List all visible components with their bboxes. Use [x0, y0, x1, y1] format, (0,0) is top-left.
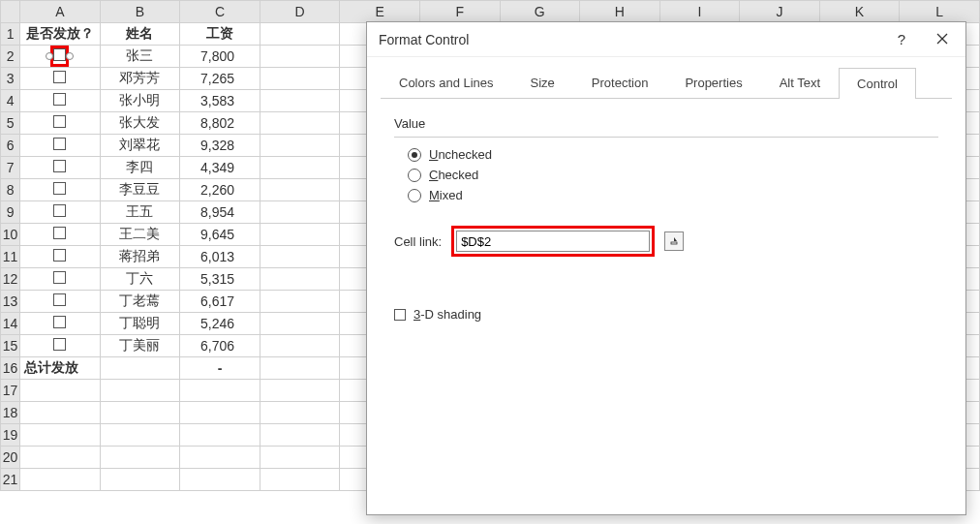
col-header-F[interactable]: F: [419, 1, 500, 23]
row-header-5[interactable]: 5: [1, 112, 20, 135]
cell-C15[interactable]: 6,706: [180, 335, 260, 357]
row-header-13[interactable]: 13: [1, 291, 20, 313]
cell-B9[interactable]: 王五: [100, 201, 180, 224]
cell-C6[interactable]: 9,328: [180, 135, 260, 157]
cell-B13[interactable]: 丁老蔫: [100, 291, 180, 313]
select-all-corner[interactable]: [1, 1, 20, 23]
row-header-7[interactable]: 7: [1, 157, 20, 179]
close-icon[interactable]: [931, 22, 954, 57]
help-icon[interactable]: ?: [890, 22, 913, 57]
cell-B16[interactable]: [100, 357, 180, 380]
checkbox-control[interactable]: [53, 71, 66, 83]
row-header-4[interactable]: 4: [1, 90, 20, 112]
cell-A7[interactable]: [20, 157, 101, 179]
row-header-21[interactable]: 21: [1, 469, 20, 491]
row-header-10[interactable]: 10: [1, 224, 20, 246]
col-header-E[interactable]: E: [340, 1, 420, 23]
cell-B8[interactable]: 李豆豆: [100, 179, 180, 201]
cell-B15[interactable]: 丁美丽: [100, 335, 180, 357]
cell-A1[interactable]: 是否发放？: [20, 23, 101, 46]
row-header-18[interactable]: 18: [1, 402, 20, 424]
row-header-8[interactable]: 8: [1, 179, 20, 201]
checkbox-control[interactable]: [53, 138, 66, 150]
row-header-15[interactable]: 15: [1, 335, 20, 357]
col-header-L[interactable]: L: [900, 1, 980, 23]
checkbox-control[interactable]: [53, 115, 66, 128]
col-header-C[interactable]: C: [180, 1, 260, 23]
cell-C16[interactable]: -: [180, 357, 260, 380]
row-header-11[interactable]: 11: [1, 246, 20, 268]
cell-C10[interactable]: 9,645: [180, 224, 260, 246]
cell-B2[interactable]: 张三: [100, 46, 180, 68]
radio-mixed[interactable]: [408, 189, 421, 202]
checkbox-control[interactable]: [53, 249, 66, 262]
row-header-2[interactable]: 2: [1, 46, 20, 68]
radio-unchecked[interactable]: [408, 148, 421, 162]
cell-C2[interactable]: 7,800: [180, 46, 260, 68]
cell-A12[interactable]: [20, 268, 101, 291]
cell-B1[interactable]: 姓名: [100, 23, 180, 46]
cell-B11[interactable]: 蒋招弟: [100, 246, 180, 268]
checkbox-control[interactable]: [53, 293, 66, 306]
cell-C13[interactable]: 6,617: [180, 291, 260, 313]
col-header-J[interactable]: J: [740, 1, 820, 23]
tab-size[interactable]: Size: [512, 67, 573, 98]
row-header-20[interactable]: 20: [1, 447, 20, 469]
cell-A13[interactable]: [20, 291, 101, 313]
cell-C14[interactable]: 5,246: [180, 313, 260, 335]
row-header-12[interactable]: 12: [1, 268, 20, 291]
cell-A5[interactable]: [20, 112, 101, 135]
radio-checked[interactable]: [408, 169, 421, 182]
checkbox-control[interactable]: [53, 204, 66, 217]
cell-A2[interactable]: [20, 46, 101, 68]
cell-A16[interactable]: 总计发放: [20, 357, 101, 380]
cell-A14[interactable]: [20, 313, 101, 335]
cell-B12[interactable]: 丁六: [100, 268, 180, 291]
cell-B3[interactable]: 邓芳芳: [100, 68, 180, 90]
col-header-A[interactable]: A: [20, 1, 101, 23]
checkbox-control[interactable]: [53, 48, 66, 61]
cell-C4[interactable]: 3,583: [180, 90, 260, 112]
checkbox-control[interactable]: [53, 227, 66, 239]
col-header-G[interactable]: G: [500, 1, 580, 23]
tab-alt-text[interactable]: Alt Text: [761, 67, 839, 98]
cell-C1[interactable]: 工资: [180, 23, 260, 46]
col-header-D[interactable]: D: [260, 1, 340, 23]
range-picker-button[interactable]: [664, 231, 684, 251]
cell-C11[interactable]: 6,013: [180, 246, 260, 268]
row-header-9[interactable]: 9: [1, 201, 20, 224]
cell-C5[interactable]: 8,802: [180, 112, 260, 135]
checkbox-control[interactable]: [53, 93, 66, 106]
tab-properties[interactable]: Properties: [666, 67, 760, 98]
row-header-17[interactable]: 17: [1, 380, 20, 402]
cell-C9[interactable]: 8,954: [180, 201, 260, 224]
col-header-K[interactable]: K: [819, 1, 900, 23]
tab-control[interactable]: Control: [839, 68, 916, 99]
cell-C3[interactable]: 7,265: [180, 68, 260, 90]
checkbox-control[interactable]: [53, 182, 66, 195]
row-header-14[interactable]: 14: [1, 313, 20, 335]
cell-A11[interactable]: [20, 246, 101, 268]
col-header-I[interactable]: I: [659, 1, 740, 23]
cell-C7[interactable]: 4,349: [180, 157, 260, 179]
cell-A3[interactable]: [20, 68, 101, 90]
col-header-H[interactable]: H: [580, 1, 660, 23]
cell-B14[interactable]: 丁聪明: [100, 313, 180, 335]
cell-C8[interactable]: 2,260: [180, 179, 260, 201]
tab-protection[interactable]: Protection: [573, 67, 667, 98]
row-header-3[interactable]: 3: [1, 68, 20, 90]
cell-D2[interactable]: [260, 46, 340, 68]
cell-A4[interactable]: [20, 90, 101, 112]
cell-A8[interactable]: [20, 179, 101, 201]
cell-B5[interactable]: 张大发: [100, 112, 180, 135]
cell-B6[interactable]: 刘翠花: [100, 135, 180, 157]
row-header-1[interactable]: 1: [1, 23, 20, 46]
cell-A9[interactable]: [20, 201, 101, 224]
row-header-6[interactable]: 6: [1, 135, 20, 157]
cell-B10[interactable]: 王二美: [100, 224, 180, 246]
cell-D1[interactable]: [260, 23, 340, 46]
cell-link-input[interactable]: [456, 231, 650, 252]
checkbox-control[interactable]: [53, 316, 66, 328]
cell-A15[interactable]: [20, 335, 101, 357]
tab-colors-lines[interactable]: Colors and Lines: [381, 67, 512, 98]
